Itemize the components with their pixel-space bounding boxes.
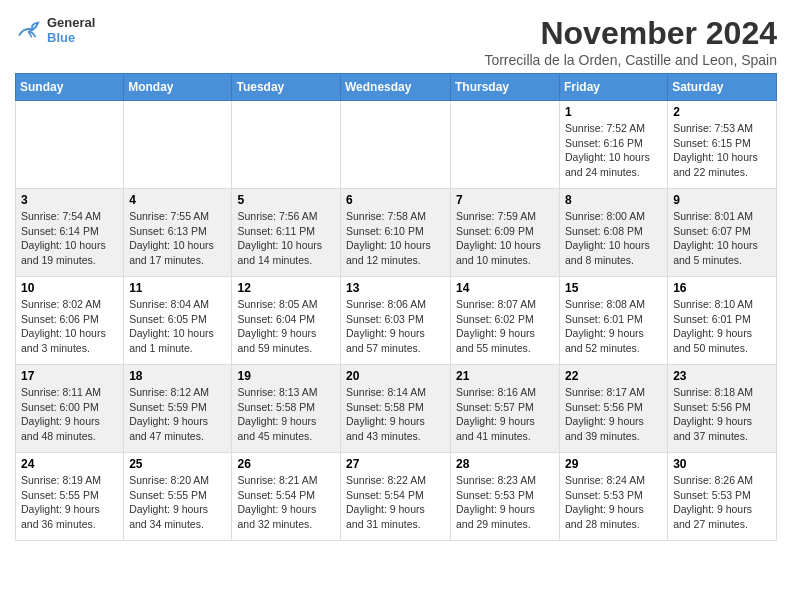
calendar-cell: 10Sunrise: 8:02 AMSunset: 6:06 PMDayligh… [16, 277, 124, 365]
col-header-saturday: Saturday [668, 74, 777, 101]
calendar-cell: 17Sunrise: 8:11 AMSunset: 6:00 PMDayligh… [16, 365, 124, 453]
calendar-cell: 3Sunrise: 7:54 AMSunset: 6:14 PMDaylight… [16, 189, 124, 277]
calendar-cell: 28Sunrise: 8:23 AMSunset: 5:53 PMDayligh… [451, 453, 560, 541]
day-number: 24 [21, 457, 118, 471]
day-number: 11 [129, 281, 226, 295]
day-info: Sunrise: 8:06 AMSunset: 6:03 PMDaylight:… [346, 297, 445, 356]
day-number: 25 [129, 457, 226, 471]
day-info: Sunrise: 8:21 AMSunset: 5:54 PMDaylight:… [237, 473, 335, 532]
calendar-cell: 18Sunrise: 8:12 AMSunset: 5:59 PMDayligh… [124, 365, 232, 453]
day-info: Sunrise: 8:01 AMSunset: 6:07 PMDaylight:… [673, 209, 771, 268]
day-info: Sunrise: 8:07 AMSunset: 6:02 PMDaylight:… [456, 297, 554, 356]
col-header-wednesday: Wednesday [341, 74, 451, 101]
calendar-cell: 23Sunrise: 8:18 AMSunset: 5:56 PMDayligh… [668, 365, 777, 453]
calendar-cell: 13Sunrise: 8:06 AMSunset: 6:03 PMDayligh… [341, 277, 451, 365]
calendar-cell: 26Sunrise: 8:21 AMSunset: 5:54 PMDayligh… [232, 453, 341, 541]
day-number: 4 [129, 193, 226, 207]
day-number: 12 [237, 281, 335, 295]
day-number: 20 [346, 369, 445, 383]
calendar-cell: 14Sunrise: 8:07 AMSunset: 6:02 PMDayligh… [451, 277, 560, 365]
col-header-thursday: Thursday [451, 74, 560, 101]
day-number: 28 [456, 457, 554, 471]
calendar-cell: 27Sunrise: 8:22 AMSunset: 5:54 PMDayligh… [341, 453, 451, 541]
calendar-cell: 24Sunrise: 8:19 AMSunset: 5:55 PMDayligh… [16, 453, 124, 541]
day-info: Sunrise: 8:02 AMSunset: 6:06 PMDaylight:… [21, 297, 118, 356]
day-info: Sunrise: 8:11 AMSunset: 6:00 PMDaylight:… [21, 385, 118, 444]
day-number: 3 [21, 193, 118, 207]
calendar-cell: 16Sunrise: 8:10 AMSunset: 6:01 PMDayligh… [668, 277, 777, 365]
day-number: 14 [456, 281, 554, 295]
day-number: 7 [456, 193, 554, 207]
day-number: 10 [21, 281, 118, 295]
calendar-cell [16, 101, 124, 189]
day-info: Sunrise: 8:23 AMSunset: 5:53 PMDaylight:… [456, 473, 554, 532]
calendar-cell: 4Sunrise: 7:55 AMSunset: 6:13 PMDaylight… [124, 189, 232, 277]
day-info: Sunrise: 8:22 AMSunset: 5:54 PMDaylight:… [346, 473, 445, 532]
logo: General Blue [15, 15, 95, 45]
day-info: Sunrise: 8:10 AMSunset: 6:01 PMDaylight:… [673, 297, 771, 356]
day-info: Sunrise: 7:52 AMSunset: 6:16 PMDaylight:… [565, 121, 662, 180]
day-number: 23 [673, 369, 771, 383]
day-info: Sunrise: 8:13 AMSunset: 5:58 PMDaylight:… [237, 385, 335, 444]
calendar-cell: 20Sunrise: 8:14 AMSunset: 5:58 PMDayligh… [341, 365, 451, 453]
day-info: Sunrise: 8:00 AMSunset: 6:08 PMDaylight:… [565, 209, 662, 268]
calendar-cell: 7Sunrise: 7:59 AMSunset: 6:09 PMDaylight… [451, 189, 560, 277]
calendar-header-row: SundayMondayTuesdayWednesdayThursdayFrid… [16, 74, 777, 101]
day-info: Sunrise: 7:53 AMSunset: 6:15 PMDaylight:… [673, 121, 771, 180]
day-number: 15 [565, 281, 662, 295]
calendar-cell: 21Sunrise: 8:16 AMSunset: 5:57 PMDayligh… [451, 365, 560, 453]
week-row-3: 10Sunrise: 8:02 AMSunset: 6:06 PMDayligh… [16, 277, 777, 365]
calendar-cell: 30Sunrise: 8:26 AMSunset: 5:53 PMDayligh… [668, 453, 777, 541]
day-info: Sunrise: 7:54 AMSunset: 6:14 PMDaylight:… [21, 209, 118, 268]
calendar-table: SundayMondayTuesdayWednesdayThursdayFrid… [15, 73, 777, 541]
week-row-5: 24Sunrise: 8:19 AMSunset: 5:55 PMDayligh… [16, 453, 777, 541]
calendar-cell: 29Sunrise: 8:24 AMSunset: 5:53 PMDayligh… [560, 453, 668, 541]
calendar-cell: 11Sunrise: 8:04 AMSunset: 6:05 PMDayligh… [124, 277, 232, 365]
day-number: 30 [673, 457, 771, 471]
calendar-cell [124, 101, 232, 189]
day-info: Sunrise: 8:17 AMSunset: 5:56 PMDaylight:… [565, 385, 662, 444]
col-header-monday: Monday [124, 74, 232, 101]
day-info: Sunrise: 7:56 AMSunset: 6:11 PMDaylight:… [237, 209, 335, 268]
day-number: 16 [673, 281, 771, 295]
col-header-sunday: Sunday [16, 74, 124, 101]
day-number: 1 [565, 105, 662, 119]
day-info: Sunrise: 8:08 AMSunset: 6:01 PMDaylight:… [565, 297, 662, 356]
day-number: 21 [456, 369, 554, 383]
calendar-cell: 1Sunrise: 7:52 AMSunset: 6:16 PMDaylight… [560, 101, 668, 189]
day-info: Sunrise: 8:04 AMSunset: 6:05 PMDaylight:… [129, 297, 226, 356]
day-info: Sunrise: 8:16 AMSunset: 5:57 PMDaylight:… [456, 385, 554, 444]
day-number: 5 [237, 193, 335, 207]
calendar-cell: 5Sunrise: 7:56 AMSunset: 6:11 PMDaylight… [232, 189, 341, 277]
day-number: 2 [673, 105, 771, 119]
calendar-cell [232, 101, 341, 189]
month-title: November 2024 [484, 15, 777, 52]
calendar-cell [341, 101, 451, 189]
calendar-cell: 2Sunrise: 7:53 AMSunset: 6:15 PMDaylight… [668, 101, 777, 189]
day-info: Sunrise: 7:59 AMSunset: 6:09 PMDaylight:… [456, 209, 554, 268]
calendar-cell: 15Sunrise: 8:08 AMSunset: 6:01 PMDayligh… [560, 277, 668, 365]
logo-text: General Blue [47, 15, 95, 45]
calendar-cell: 9Sunrise: 8:01 AMSunset: 6:07 PMDaylight… [668, 189, 777, 277]
location-subtitle: Torrecilla de la Orden, Castille and Leo… [484, 52, 777, 68]
day-info: Sunrise: 8:14 AMSunset: 5:58 PMDaylight:… [346, 385, 445, 444]
week-row-1: 1Sunrise: 7:52 AMSunset: 6:16 PMDaylight… [16, 101, 777, 189]
day-number: 13 [346, 281, 445, 295]
calendar-cell: 19Sunrise: 8:13 AMSunset: 5:58 PMDayligh… [232, 365, 341, 453]
calendar-cell: 22Sunrise: 8:17 AMSunset: 5:56 PMDayligh… [560, 365, 668, 453]
day-number: 18 [129, 369, 226, 383]
day-number: 22 [565, 369, 662, 383]
col-header-friday: Friday [560, 74, 668, 101]
day-number: 19 [237, 369, 335, 383]
calendar-cell: 12Sunrise: 8:05 AMSunset: 6:04 PMDayligh… [232, 277, 341, 365]
day-info: Sunrise: 8:20 AMSunset: 5:55 PMDaylight:… [129, 473, 226, 532]
day-info: Sunrise: 8:24 AMSunset: 5:53 PMDaylight:… [565, 473, 662, 532]
week-row-4: 17Sunrise: 8:11 AMSunset: 6:00 PMDayligh… [16, 365, 777, 453]
day-info: Sunrise: 8:12 AMSunset: 5:59 PMDaylight:… [129, 385, 226, 444]
day-number: 29 [565, 457, 662, 471]
day-info: Sunrise: 7:55 AMSunset: 6:13 PMDaylight:… [129, 209, 226, 268]
calendar-cell: 6Sunrise: 7:58 AMSunset: 6:10 PMDaylight… [341, 189, 451, 277]
day-info: Sunrise: 8:26 AMSunset: 5:53 PMDaylight:… [673, 473, 771, 532]
day-info: Sunrise: 8:18 AMSunset: 5:56 PMDaylight:… [673, 385, 771, 444]
day-number: 8 [565, 193, 662, 207]
